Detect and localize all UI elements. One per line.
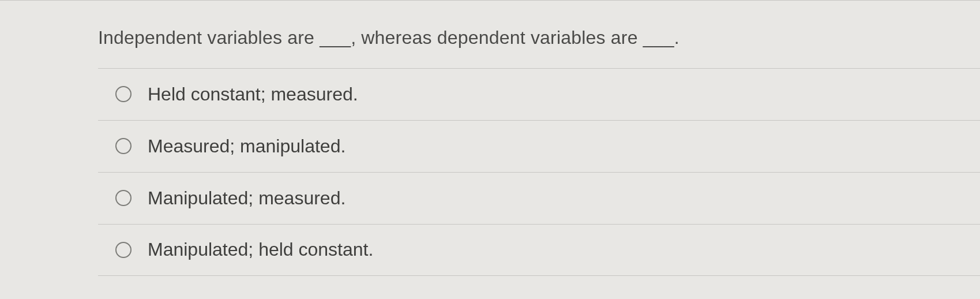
radio-icon[interactable] [115,242,132,258]
option-label: Measured; manipulated. [148,136,346,157]
quiz-page: Independent variables are ___, whereas d… [0,0,980,299]
option-row[interactable]: Manipulated; measured. [98,172,980,224]
radio-icon[interactable] [115,138,132,154]
question-text: Independent variables are ___, whereas d… [98,25,945,51]
option-row[interactable]: Manipulated; held constant. [98,224,980,276]
radio-icon[interactable] [115,86,132,102]
option-label: Manipulated; measured. [148,188,346,209]
option-row[interactable]: Held constant; measured. [98,68,980,120]
options-list: Held constant; measured. Measured; manip… [0,68,980,276]
question-block: Independent variables are ___, whereas d… [0,0,980,68]
option-label: Manipulated; held constant. [148,239,373,260]
radio-icon[interactable] [115,190,132,206]
option-row[interactable]: Measured; manipulated. [98,120,980,172]
option-label: Held constant; measured. [148,84,358,105]
